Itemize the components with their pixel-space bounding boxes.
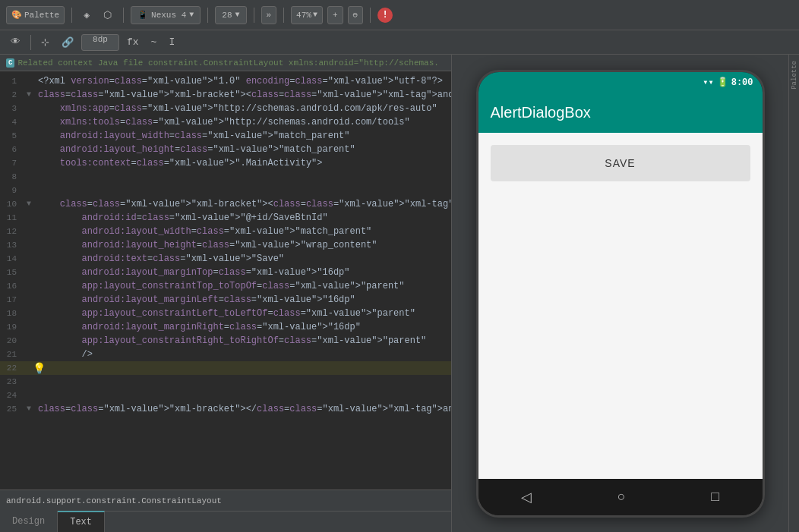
tab-text-label: Text (70, 517, 92, 527)
nav-home-button[interactable]: ○ (617, 489, 626, 505)
code-text: app:layout_constraintTop_toTopOf=class="… (35, 279, 451, 293)
nav-recents-button[interactable]: □ (711, 489, 719, 505)
code-line: 9 (0, 184, 451, 197)
margin-input[interactable]: 8dp (81, 34, 119, 51)
code-line: 19 android:layout_marginRight=class="xml… (0, 320, 451, 334)
code-text: xmlns:app=class="xml-value">"http://sche… (35, 102, 451, 115)
code-editor[interactable]: 1<?xml version=class="xml-value">"1.0" e… (0, 71, 451, 490)
separator-1 (71, 8, 72, 23)
fold-button (23, 389, 35, 402)
fold-button (23, 184, 35, 197)
line-number: 21 (0, 348, 23, 361)
android-content: SAVE (478, 133, 763, 479)
code-line: 20 app:layout_constraintRight_toRightOf=… (0, 334, 451, 348)
zoom-in-button[interactable]: + (327, 6, 343, 24)
cursor-button[interactable]: ⊹ (36, 34, 54, 51)
eye-button[interactable]: 👁 (6, 34, 25, 51)
app-title: AlertDialogBox (491, 104, 591, 121)
api-chevron-icon: ▼ (235, 11, 239, 19)
code-text: android:layout_width=class="xml-value">"… (35, 225, 451, 238)
line-number: 16 (0, 279, 23, 293)
main-area: C Related context Java file constraint.C… (0, 55, 799, 532)
zoom-label: 47% (296, 11, 311, 20)
line-number: 9 (0, 184, 23, 197)
nav-recents-icon: □ (711, 489, 719, 504)
code-text: /> (35, 348, 451, 361)
line-number: 19 (0, 320, 23, 334)
zoom-selector[interactable]: 47% ▼ (291, 6, 323, 24)
code-line: 22💡 (0, 361, 451, 375)
line-number: 12 (0, 225, 23, 238)
line-number: 24 (0, 389, 23, 402)
shape-button-1[interactable]: ◈ (79, 7, 94, 24)
warning-button[interactable]: ! (377, 8, 393, 23)
line-number: 2 (0, 88, 23, 102)
status-icons: ▾▾ 🔋 8:00 (703, 77, 753, 88)
line-number: 23 (0, 375, 23, 389)
tab-design-label: Design (12, 516, 45, 527)
fold-button (23, 238, 35, 252)
code-line: 14 android:text=class="xml-value">"Save" (0, 252, 451, 266)
separator-2 (123, 8, 124, 23)
code-text: app:layout_constraintRight_toRightOf=cla… (35, 334, 451, 348)
code-line: 24 (0, 389, 451, 402)
baseline-button[interactable]: I (164, 34, 179, 51)
fold-button (23, 348, 35, 361)
code-text: tools:context=class="xml-value">".MainAc… (35, 156, 451, 170)
code-text: app:layout_constraintLeft_toLeftOf=class… (35, 307, 451, 320)
fold-button (23, 170, 35, 184)
sep2-1 (30, 35, 31, 50)
wave-button[interactable]: ~ (147, 34, 162, 51)
fold-button (23, 102, 35, 115)
arrow-button[interactable]: » (261, 6, 277, 24)
preview-panel: ▾▾ 🔋 8:00 AlertDialogBox SAVE ◁ (452, 55, 788, 532)
line-number: 13 (0, 238, 23, 252)
palette-label: Palette (24, 11, 59, 20)
zoom-out-button[interactable]: ⊖ (348, 6, 364, 24)
device-frame: ▾▾ 🔋 8:00 AlertDialogBox SAVE ◁ (476, 70, 765, 518)
code-line: 16 app:layout_constraintTop_toTopOf=clas… (0, 279, 451, 293)
code-text: android:layout_height=class="xml-value">… (35, 238, 451, 252)
fx-button[interactable]: fx (122, 34, 144, 51)
palette-tab-label[interactable]: Palette (789, 58, 800, 93)
zoom-chevron-icon: ▼ (313, 11, 317, 19)
separator-3 (207, 8, 208, 23)
wave-icon: ~ (151, 36, 157, 48)
fold-button (23, 252, 35, 266)
fold-button[interactable]: ▼ (23, 197, 35, 211)
code-line: 23 (0, 375, 451, 389)
code-line: 15 android:layout_marginTop=class="xml-v… (0, 266, 451, 279)
eye-icon: 👁 (11, 36, 21, 48)
api-label: 28 (222, 11, 232, 20)
code-line: 1<?xml version=class="xml-value">"1.0" e… (0, 74, 451, 88)
shape-button-2[interactable]: ⬡ (99, 7, 116, 24)
android-nav-bar: ◁ ○ □ (478, 479, 763, 515)
fold-button (23, 74, 35, 88)
context-icon: C (6, 58, 14, 68)
code-line: 10▼ class=class="xml-value">"xml-bracket… (0, 197, 451, 211)
battery-icon: 🔋 (717, 77, 728, 88)
line-number: 14 (0, 252, 23, 266)
code-text: android:id=class="xml-value">"@+id/SaveB… (35, 211, 451, 225)
line-number: 6 (0, 143, 23, 156)
line-number: 1 (0, 74, 23, 88)
tab-design[interactable]: Design (0, 511, 58, 532)
device-icon: 📱 (137, 10, 148, 20)
api-selector[interactable]: 28 ▼ (215, 6, 246, 24)
code-line: 21 /> (0, 348, 451, 361)
android-status-bar: ▾▾ 🔋 8:00 (478, 72, 763, 93)
code-line: 7 tools:context=class="xml-value">".Main… (0, 156, 451, 170)
save-button-preview[interactable]: SAVE (491, 145, 750, 181)
device-selector[interactable]: 📱 Nexus 4 ▼ (131, 6, 201, 24)
hint-icon[interactable]: 💡 (33, 362, 46, 376)
nav-back-button[interactable]: ◁ (521, 489, 532, 505)
code-text: android:layout_height=class="xml-value">… (35, 143, 451, 156)
fold-button (23, 293, 35, 307)
fold-button[interactable]: ▼ (23, 88, 35, 102)
tab-text[interactable]: Text (58, 511, 105, 532)
magnet-button[interactable]: 🔗 (57, 34, 78, 51)
palette-button[interactable]: 🎨 Palette (6, 6, 65, 24)
fold-button[interactable]: ▼ (23, 402, 35, 416)
line-number: 15 (0, 266, 23, 279)
line-number: 5 (0, 129, 23, 143)
